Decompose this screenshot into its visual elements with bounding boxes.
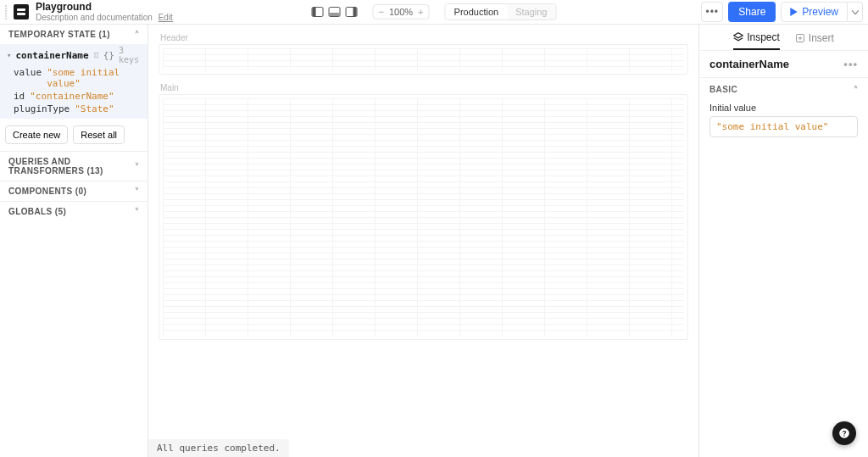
tree-node-name: containerName: [15, 50, 88, 61]
section-label: BASIC: [709, 85, 737, 94]
app-title[interactable]: Playground: [36, 1, 173, 13]
app-description: Description and documentation: [36, 13, 153, 22]
query-status: All queries completed.: [148, 439, 289, 457]
canvas-area: Header Main All queries completed.: [148, 25, 698, 457]
inspector-more-button[interactable]: •••: [843, 58, 858, 70]
inspector-title-row: containerName •••: [699, 51, 868, 78]
top-bar: Playground Description and documentation…: [0, 0, 868, 25]
chevron-up-icon: ˄: [135, 30, 139, 39]
state-icon: [93, 51, 99, 59]
play-icon: [790, 8, 798, 16]
prop-value: "some initial value": [47, 67, 147, 89]
right-panel: Inspect Insert containerName ••• BASIC ˄…: [698, 25, 868, 457]
create-new-button[interactable]: Create new: [5, 125, 68, 144]
prop-key: value: [14, 67, 42, 89]
preview-label: Preview: [802, 6, 838, 18]
layers-icon: [733, 32, 743, 42]
tree-braces: {}: [103, 50, 114, 61]
inspector-section-basic[interactable]: BASIC ˄: [699, 78, 868, 101]
inspector-title[interactable]: containerName: [709, 58, 789, 70]
preview-button[interactable]: Preview: [781, 2, 848, 22]
app-meta: Playground Description and documentation…: [36, 1, 173, 23]
canvas-grid[interactable]: [163, 48, 684, 70]
more-options-button[interactable]: •••: [701, 2, 723, 22]
chevron-down-icon: ˅: [135, 207, 139, 216]
tab-inspect[interactable]: Inspect: [733, 31, 780, 50]
tab-insert[interactable]: Insert: [795, 31, 834, 50]
insert-icon: [795, 33, 805, 43]
help-button[interactable]: [832, 421, 856, 445]
toggle-bottom-panel-icon[interactable]: [329, 7, 341, 17]
toggle-left-panel-icon[interactable]: [312, 7, 324, 17]
tree-prop-id[interactable]: id "containerName": [0, 90, 147, 103]
canvas-main-container[interactable]: [159, 94, 688, 340]
section-label: COMPONENTS (0): [8, 187, 86, 196]
drag-handle-icon[interactable]: [5, 5, 10, 20]
chevron-down-icon: ˅: [135, 162, 139, 171]
section-label: QUERIES AND TRANSFORMERS (13): [8, 157, 135, 176]
tree-prop-plugintype[interactable]: pluginType "State": [0, 103, 147, 115]
section-globals[interactable]: GLOBALS (5) ˅: [0, 201, 147, 221]
chevron-down-icon: ˅: [135, 187, 139, 196]
env-production-tab[interactable]: Production: [446, 4, 508, 20]
initial-value-input[interactable]: "some initial value": [709, 116, 858, 137]
canvas-main-label: Main: [160, 83, 688, 92]
zoom-control: − 100% +: [373, 4, 430, 20]
chevron-down-icon: [852, 10, 859, 14]
caret-down-icon: ▾: [7, 51, 11, 59]
panel-toggle-group: [312, 7, 358, 17]
canvas-header-container[interactable]: [159, 44, 688, 75]
reset-all-button[interactable]: Reset all: [73, 125, 125, 144]
preview-dropdown-button[interactable]: [848, 2, 863, 22]
section-label: GLOBALS (5): [8, 207, 66, 216]
section-temporary-state[interactable]: TEMPORARY STATE (1) ˄: [0, 25, 147, 44]
prop-value: "containerName": [30, 91, 114, 102]
field-label-initial-value: Initial value: [699, 101, 868, 116]
zoom-in-button[interactable]: +: [418, 7, 423, 17]
zoom-value: 100%: [389, 7, 413, 17]
toggle-right-panel-icon[interactable]: [346, 7, 358, 17]
prop-key: pluginType: [14, 103, 70, 114]
section-label: TEMPORARY STATE (1): [8, 30, 110, 39]
state-tree: ▾ containerName {} 3 keys value "some in…: [0, 44, 147, 119]
prop-key: id: [14, 91, 25, 102]
prop-value: "State": [75, 103, 114, 114]
left-panel: TEMPORARY STATE (1) ˄ ▾ containerName {}…: [0, 25, 148, 457]
env-staging-tab[interactable]: Staging: [507, 4, 555, 20]
section-queries[interactable]: QUERIES AND TRANSFORMERS (13) ˅: [0, 151, 147, 181]
help-icon: [838, 427, 850, 439]
tree-prop-value[interactable]: value "some initial value": [0, 66, 147, 90]
chevron-up-icon: ˄: [854, 85, 858, 94]
tree-node-container[interactable]: ▾ containerName {} 3 keys: [0, 44, 147, 66]
canvas-grid[interactable]: [163, 98, 684, 336]
section-components[interactable]: COMPONENTS (0) ˅: [0, 181, 147, 201]
environment-toggle: Production Staging: [445, 3, 557, 20]
edit-description-link[interactable]: Edit: [159, 13, 173, 22]
share-button[interactable]: Share: [728, 2, 776, 22]
zoom-out-button[interactable]: −: [379, 7, 384, 17]
tree-keys-count: 3 keys: [119, 46, 141, 64]
tab-label: Insert: [809, 32, 834, 44]
ellipsis-icon: •••: [705, 6, 719, 18]
tab-label: Inspect: [747, 31, 780, 43]
app-logo-icon[interactable]: [14, 4, 29, 20]
canvas-header-label: Header: [160, 33, 688, 42]
